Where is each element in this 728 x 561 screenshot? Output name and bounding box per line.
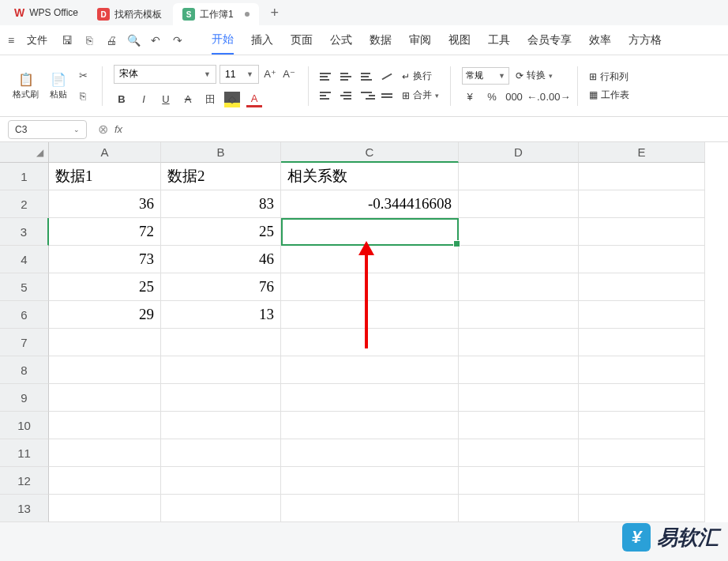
tab-member[interactable]: 会员专享 — [527, 27, 572, 54]
cell[interactable] — [281, 356, 459, 384]
tab-insert[interactable]: 插入 — [251, 27, 273, 54]
cell[interactable] — [579, 273, 705, 301]
tab-tools[interactable]: 工具 — [488, 27, 510, 54]
cell[interactable]: 数据2 — [161, 163, 281, 190]
undo-icon[interactable]: ↶ — [148, 33, 163, 47]
row-header[interactable]: 6 — [0, 301, 49, 329]
export-icon[interactable]: ⎘ — [82, 33, 96, 47]
cell[interactable] — [49, 329, 161, 356]
italic-button[interactable]: I — [136, 92, 152, 107]
cell[interactable]: 72 — [49, 218, 161, 246]
fx-icon[interactable]: fx — [114, 123, 122, 135]
tab-efficiency[interactable]: 效率 — [589, 27, 611, 54]
increase-decimal-icon[interactable]: .00→ — [550, 89, 566, 105]
tab-page[interactable]: 页面 — [291, 27, 313, 54]
cell[interactable] — [161, 329, 281, 356]
row-header[interactable]: 8 — [0, 356, 49, 384]
cell[interactable]: 25 — [161, 218, 281, 246]
worksheet-button[interactable]: ▦工作表 — [589, 88, 629, 102]
col-header[interactable]: A — [49, 142, 161, 163]
font-name-select[interactable]: 宋体 ▼ — [114, 65, 216, 84]
row-header[interactable]: 13 — [0, 495, 49, 522]
cell[interactable] — [459, 246, 579, 273]
add-tab-button[interactable]: + — [265, 3, 284, 22]
tab-ffg[interactable]: 方方格 — [629, 27, 662, 54]
cell[interactable] — [459, 467, 579, 495]
cell[interactable]: 76 — [161, 273, 281, 301]
tab-templates[interactable]: D 找稻壳模板 — [88, 3, 171, 25]
print-icon[interactable]: 🖨 — [104, 33, 118, 47]
tab-view[interactable]: 视图 — [448, 27, 471, 54]
format-brush-button[interactable]: 📋 格式刷 — [9, 70, 42, 102]
cell[interactable] — [459, 329, 579, 356]
increase-font-icon[interactable]: A⁺ — [262, 66, 278, 82]
cell[interactable] — [161, 467, 281, 495]
cell[interactable] — [579, 218, 705, 246]
cell[interactable] — [579, 467, 705, 495]
cancel-formula-icon[interactable]: ⊗ — [98, 122, 108, 137]
cell[interactable]: 13 — [161, 301, 281, 329]
cell[interactable] — [281, 384, 459, 412]
cell[interactable] — [579, 246, 705, 273]
cell[interactable] — [579, 190, 705, 218]
row-header[interactable]: 4 — [0, 246, 49, 273]
decrease-decimal-icon[interactable]: ←.0 — [528, 89, 544, 105]
row-header[interactable]: 2 — [0, 190, 49, 218]
cell[interactable] — [161, 384, 281, 412]
preview-icon[interactable]: 🔍 — [126, 33, 141, 47]
redo-icon[interactable]: ↷ — [171, 33, 185, 47]
decrease-font-icon[interactable]: A⁻ — [281, 66, 297, 82]
cell[interactable]: 83 — [161, 190, 281, 218]
bold-button[interactable]: B — [114, 92, 129, 107]
cell[interactable] — [281, 273, 459, 301]
cell[interactable] — [579, 384, 705, 412]
align-bottom-icon[interactable] — [361, 70, 375, 84]
orientation-icon[interactable] — [381, 70, 396, 84]
rows-cols-button[interactable]: ⊞行和列 — [589, 70, 629, 84]
cell[interactable] — [161, 412, 281, 439]
underline-button[interactable]: U — [158, 92, 174, 107]
align-middle-icon[interactable] — [340, 70, 355, 84]
indent-icon[interactable] — [381, 88, 396, 103]
row-header[interactable]: 1 — [0, 163, 49, 190]
cell[interactable] — [459, 218, 579, 246]
row-header[interactable]: 11 — [0, 439, 49, 467]
cell[interactable] — [579, 439, 705, 467]
cut-icon[interactable]: ✂ — [75, 68, 91, 84]
cell[interactable]: -0.344416608 — [281, 190, 459, 218]
cell[interactable]: 46 — [161, 246, 281, 273]
cell[interactable] — [579, 356, 705, 384]
cell[interactable] — [49, 467, 161, 495]
fill-color-button[interactable]: ◇ — [224, 92, 240, 107]
name-box[interactable]: C3 ⌄ — [8, 120, 87, 139]
cell[interactable] — [579, 495, 705, 522]
border-button[interactable]: 田 — [202, 92, 218, 107]
cell[interactable] — [161, 356, 281, 384]
col-header[interactable]: C — [281, 142, 459, 163]
cell[interactable] — [459, 439, 579, 467]
cell[interactable] — [459, 301, 579, 329]
cell[interactable]: 数据1 — [49, 163, 161, 190]
font-color-button[interactable]: A — [246, 92, 262, 107]
cell[interactable] — [49, 384, 161, 412]
cell[interactable] — [459, 273, 579, 301]
file-menu[interactable]: 文件 — [22, 30, 52, 51]
tab-data[interactable]: 数据 — [370, 27, 392, 54]
col-header[interactable]: B — [161, 142, 281, 163]
cell[interactable] — [49, 439, 161, 467]
tab-formula[interactable]: 公式 — [330, 27, 352, 54]
cell[interactable] — [459, 384, 579, 412]
cell[interactable] — [49, 412, 161, 439]
paste-button[interactable]: 📄 粘贴 — [47, 70, 70, 102]
cell[interactable]: 29 — [49, 301, 161, 329]
cell[interactable] — [281, 301, 459, 329]
cell[interactable] — [161, 439, 281, 467]
cell[interactable] — [281, 412, 459, 439]
cell[interactable] — [579, 412, 705, 439]
currency-icon[interactable]: ¥ — [462, 89, 478, 105]
menu-icon[interactable]: ≡ — [8, 34, 14, 47]
cell[interactable] — [459, 163, 579, 190]
align-top-icon[interactable] — [320, 70, 334, 84]
cell[interactable] — [459, 412, 579, 439]
save-icon[interactable]: 🖫 — [60, 33, 74, 47]
